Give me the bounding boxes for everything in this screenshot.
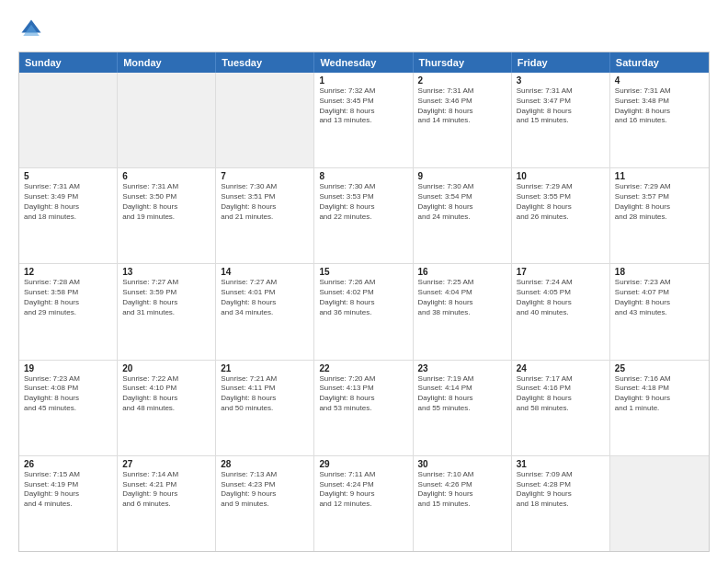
day-number: 14	[221, 267, 309, 277]
weekday-header-sunday: Sunday	[19, 52, 118, 73]
day-number: 17	[517, 267, 605, 277]
day-cell-19: 19Sunrise: 7:23 AM Sunset: 4:08 PM Dayli…	[19, 361, 118, 455]
day-info: Sunrise: 7:20 AM Sunset: 4:13 PM Dayligh…	[319, 374, 407, 414]
day-cell-11: 11Sunrise: 7:29 AM Sunset: 3:57 PM Dayli…	[610, 168, 709, 263]
day-cell-6: 6Sunrise: 7:31 AM Sunset: 3:50 PM Daylig…	[118, 168, 216, 263]
logo	[18, 17, 48, 42]
day-number: 27	[122, 459, 210, 469]
day-info: Sunrise: 7:17 AM Sunset: 4:16 PM Dayligh…	[517, 374, 605, 414]
weekday-header-thursday: Thursday	[414, 52, 512, 73]
empty-cell	[19, 73, 118, 167]
day-cell-29: 29Sunrise: 7:11 AM Sunset: 4:24 PM Dayli…	[314, 456, 413, 551]
day-cell-12: 12Sunrise: 7:28 AM Sunset: 3:58 PM Dayli…	[19, 264, 118, 359]
day-info: Sunrise: 7:11 AM Sunset: 4:24 PM Dayligh…	[319, 470, 407, 510]
header	[18, 17, 710, 42]
day-info: Sunrise: 7:31 AM Sunset: 3:48 PM Dayligh…	[615, 86, 704, 126]
calendar-row-0: 1Sunrise: 7:32 AM Sunset: 3:45 PM Daylig…	[19, 73, 709, 167]
day-info: Sunrise: 7:23 AM Sunset: 4:08 PM Dayligh…	[24, 374, 112, 414]
calendar-body: 1Sunrise: 7:32 AM Sunset: 3:45 PM Daylig…	[19, 73, 709, 551]
calendar-row-4: 26Sunrise: 7:15 AM Sunset: 4:19 PM Dayli…	[19, 455, 709, 551]
weekday-header-wednesday: Wednesday	[314, 52, 413, 73]
day-cell-18: 18Sunrise: 7:23 AM Sunset: 4:07 PM Dayli…	[610, 264, 709, 359]
empty-cell	[610, 456, 709, 551]
calendar: SundayMondayTuesdayWednesdayThursdayFrid…	[18, 52, 710, 552]
day-info: Sunrise: 7:31 AM Sunset: 3:46 PM Dayligh…	[418, 86, 506, 126]
day-cell-9: 9Sunrise: 7:30 AM Sunset: 3:54 PM Daylig…	[414, 168, 512, 263]
day-cell-3: 3Sunrise: 7:31 AM Sunset: 3:47 PM Daylig…	[512, 73, 610, 167]
day-number: 15	[319, 267, 407, 277]
day-cell-27: 27Sunrise: 7:14 AM Sunset: 4:21 PM Dayli…	[118, 456, 216, 551]
day-number: 20	[122, 363, 210, 373]
day-cell-28: 28Sunrise: 7:13 AM Sunset: 4:23 PM Dayli…	[216, 456, 314, 551]
day-number: 24	[517, 363, 605, 373]
day-number: 1	[319, 75, 407, 86]
day-info: Sunrise: 7:22 AM Sunset: 4:10 PM Dayligh…	[122, 374, 210, 414]
day-number: 6	[122, 171, 210, 181]
weekday-header-friday: Friday	[512, 52, 610, 73]
day-info: Sunrise: 7:28 AM Sunset: 3:58 PM Dayligh…	[24, 278, 112, 317]
day-info: Sunrise: 7:16 AM Sunset: 4:18 PM Dayligh…	[615, 374, 704, 414]
day-number: 10	[517, 171, 605, 181]
day-number: 13	[122, 267, 210, 277]
day-info: Sunrise: 7:29 AM Sunset: 3:57 PM Dayligh…	[615, 182, 704, 222]
day-info: Sunrise: 7:27 AM Sunset: 4:01 PM Dayligh…	[221, 278, 309, 317]
day-number: 3	[517, 75, 605, 86]
day-info: Sunrise: 7:14 AM Sunset: 4:21 PM Dayligh…	[122, 470, 210, 510]
day-info: Sunrise: 7:27 AM Sunset: 3:59 PM Dayligh…	[122, 278, 210, 317]
day-info: Sunrise: 7:29 AM Sunset: 3:55 PM Dayligh…	[517, 182, 605, 222]
day-number: 7	[221, 171, 309, 181]
day-cell-8: 8Sunrise: 7:30 AM Sunset: 3:53 PM Daylig…	[314, 168, 413, 263]
day-info: Sunrise: 7:09 AM Sunset: 4:28 PM Dayligh…	[517, 470, 605, 510]
day-cell-14: 14Sunrise: 7:27 AM Sunset: 4:01 PM Dayli…	[216, 264, 314, 359]
day-cell-1: 1Sunrise: 7:32 AM Sunset: 3:45 PM Daylig…	[314, 73, 413, 167]
day-number: 11	[615, 171, 704, 181]
calendar-header: SundayMondayTuesdayWednesdayThursdayFrid…	[19, 52, 709, 73]
page: SundayMondayTuesdayWednesdayThursdayFrid…	[0, 0, 728, 563]
day-number: 30	[418, 459, 506, 469]
day-number: 18	[615, 267, 704, 277]
day-info: Sunrise: 7:21 AM Sunset: 4:11 PM Dayligh…	[221, 374, 309, 414]
day-cell-30: 30Sunrise: 7:10 AM Sunset: 4:26 PM Dayli…	[414, 456, 512, 551]
day-info: Sunrise: 7:30 AM Sunset: 3:53 PM Dayligh…	[319, 182, 407, 222]
day-cell-25: 25Sunrise: 7:16 AM Sunset: 4:18 PM Dayli…	[610, 361, 709, 455]
day-info: Sunrise: 7:10 AM Sunset: 4:26 PM Dayligh…	[418, 470, 506, 510]
calendar-row-1: 5Sunrise: 7:31 AM Sunset: 3:49 PM Daylig…	[19, 167, 709, 263]
day-number: 19	[24, 363, 112, 373]
calendar-row-2: 12Sunrise: 7:28 AM Sunset: 3:58 PM Dayli…	[19, 263, 709, 359]
day-info: Sunrise: 7:31 AM Sunset: 3:47 PM Dayligh…	[517, 86, 605, 126]
day-info: Sunrise: 7:32 AM Sunset: 3:45 PM Dayligh…	[319, 86, 407, 126]
day-cell-2: 2Sunrise: 7:31 AM Sunset: 3:46 PM Daylig…	[414, 73, 512, 167]
day-number: 29	[319, 459, 407, 469]
day-info: Sunrise: 7:31 AM Sunset: 3:49 PM Dayligh…	[24, 182, 112, 222]
day-number: 2	[418, 75, 506, 86]
day-cell-24: 24Sunrise: 7:17 AM Sunset: 4:16 PM Dayli…	[512, 361, 610, 455]
day-info: Sunrise: 7:26 AM Sunset: 4:02 PM Dayligh…	[319, 278, 407, 317]
day-number: 16	[418, 267, 506, 277]
day-cell-20: 20Sunrise: 7:22 AM Sunset: 4:10 PM Dayli…	[118, 361, 216, 455]
day-number: 25	[615, 363, 704, 373]
day-cell-7: 7Sunrise: 7:30 AM Sunset: 3:51 PM Daylig…	[216, 168, 314, 263]
weekday-header-saturday: Saturday	[610, 52, 709, 73]
day-info: Sunrise: 7:23 AM Sunset: 4:07 PM Dayligh…	[615, 278, 704, 317]
day-cell-23: 23Sunrise: 7:19 AM Sunset: 4:14 PM Dayli…	[414, 361, 512, 455]
day-cell-17: 17Sunrise: 7:24 AM Sunset: 4:05 PM Dayli…	[512, 264, 610, 359]
day-number: 31	[517, 459, 605, 469]
weekday-header-tuesday: Tuesday	[216, 52, 314, 73]
day-number: 5	[24, 171, 112, 181]
day-info: Sunrise: 7:30 AM Sunset: 3:54 PM Dayligh…	[418, 182, 506, 222]
logo-icon	[18, 17, 44, 42]
empty-cell	[118, 73, 216, 167]
empty-cell	[216, 73, 314, 167]
day-number: 22	[319, 363, 407, 373]
day-info: Sunrise: 7:31 AM Sunset: 3:50 PM Dayligh…	[122, 182, 210, 222]
day-cell-13: 13Sunrise: 7:27 AM Sunset: 3:59 PM Dayli…	[118, 264, 216, 359]
day-cell-16: 16Sunrise: 7:25 AM Sunset: 4:04 PM Dayli…	[414, 264, 512, 359]
day-number: 8	[319, 171, 407, 181]
day-cell-22: 22Sunrise: 7:20 AM Sunset: 4:13 PM Dayli…	[314, 361, 413, 455]
day-number: 26	[24, 459, 112, 469]
day-cell-31: 31Sunrise: 7:09 AM Sunset: 4:28 PM Dayli…	[512, 456, 610, 551]
day-number: 21	[221, 363, 309, 373]
day-info: Sunrise: 7:24 AM Sunset: 4:05 PM Dayligh…	[517, 278, 605, 317]
weekday-header-monday: Monday	[118, 52, 216, 73]
day-cell-5: 5Sunrise: 7:31 AM Sunset: 3:49 PM Daylig…	[19, 168, 118, 263]
